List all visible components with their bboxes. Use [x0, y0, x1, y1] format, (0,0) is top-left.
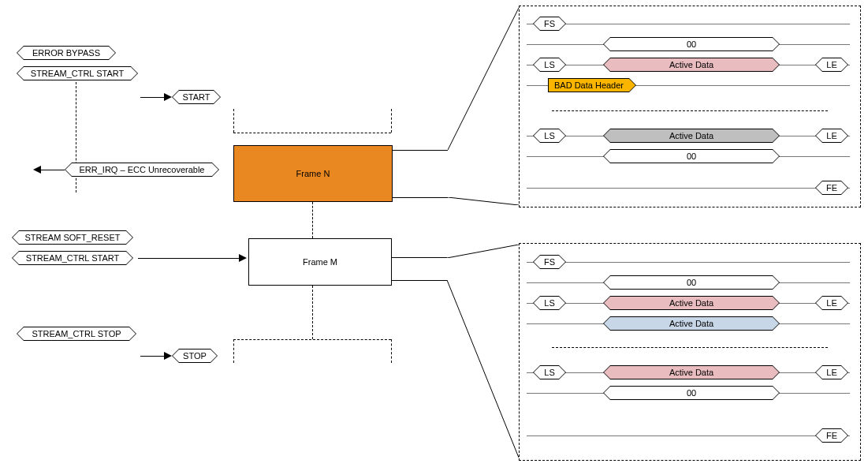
n-ls-1: LS — [533, 58, 566, 72]
n-ls2-text: LS — [540, 129, 559, 143]
n-fe-text: FE — [822, 181, 841, 195]
frame-m: Frame M — [248, 238, 392, 286]
m-00b: 00 — [603, 386, 780, 400]
n-le-1: LE — [815, 58, 848, 72]
text-stream-ctrl-start: STREAM_CTRL START — [24, 66, 131, 80]
label-stop: STOP — [172, 349, 218, 363]
n-le1-text: LE — [822, 58, 841, 72]
n-00: 00 — [603, 37, 780, 51]
label-stream-ctrl-start: STREAM_CTRL START — [17, 66, 138, 80]
label-stream-soft-reset: STREAM SOFT_RESET — [12, 230, 133, 245]
conn-m-slant-b — [447, 280, 518, 458]
n-00b: 00 — [603, 149, 780, 163]
n-fs: FS — [533, 17, 566, 31]
text-stop: STOP — [179, 349, 210, 363]
svg-line-2 — [447, 245, 519, 258]
m-row-fs-line — [527, 262, 850, 263]
dashed-below-m — [312, 286, 313, 339]
arrow-to-start — [164, 93, 172, 101]
m-fe: FE — [815, 428, 848, 443]
dashed-between-frames — [312, 202, 313, 238]
m-fs-text: FS — [540, 255, 559, 269]
n-00-text: 00 — [610, 37, 773, 51]
m-le-2: LE — [815, 365, 848, 379]
m-ad2-text: Active Data — [610, 365, 773, 379]
text-error-bypass: ERROR BYPASS — [24, 46, 109, 60]
n-fe: FE — [815, 181, 848, 195]
n-00b-text: 00 — [610, 149, 773, 163]
n-ls1-text: LS — [540, 58, 559, 72]
line-to-stop — [140, 356, 164, 357]
n-row-fe-line — [527, 188, 850, 189]
frame-n-label: Frame N — [296, 169, 330, 178]
label-start: START — [172, 90, 221, 104]
m-ls-2: LS — [533, 365, 566, 379]
n-ad1-text: Active Data — [610, 58, 773, 72]
bracket-b-t — [233, 339, 391, 340]
m-fe-text: FE — [822, 428, 841, 443]
bracket-n-r — [391, 109, 392, 133]
text-stream-soft-reset: STREAM SOFT_RESET — [19, 230, 126, 245]
conn-m-slant-t — [447, 245, 518, 258]
n-active-1: Active Data — [603, 58, 780, 72]
text-err-irq: ERR_IRQ – ECC Unrecoverable — [72, 163, 212, 177]
line-start2-framem — [138, 258, 240, 259]
label-stream-ctrl-start-2: STREAM_CTRL START — [12, 251, 133, 265]
conn-m-top — [392, 257, 447, 258]
n-ls-2: LS — [533, 129, 566, 143]
n-le-2: LE — [815, 129, 848, 143]
m-active-blue: Active Data — [603, 316, 780, 331]
m-row-fe-line — [527, 435, 850, 436]
label-error-bypass: ERROR BYPASS — [17, 46, 116, 60]
m-ls2-text: LS — [540, 365, 559, 379]
svg-line-1 — [448, 197, 519, 205]
n-ad2-text: Active Data — [610, 129, 773, 143]
frame-m-label: Frame M — [303, 257, 337, 267]
conn-m-bot — [392, 280, 447, 281]
text-stream-ctrl-start-2: STREAM_CTRL START — [19, 251, 126, 265]
frame-n: Frame N — [233, 145, 393, 202]
label-stream-ctrl-stop: STREAM_CTRL STOP — [17, 327, 136, 341]
m-ls1-text: LS — [540, 296, 559, 310]
conn-n-top — [393, 150, 448, 151]
conn-n-slant-b — [448, 197, 519, 205]
bracket-n-l — [233, 109, 234, 133]
m-active-2: Active Data — [603, 365, 780, 379]
n-bad-text: BAD Data Header — [548, 78, 629, 92]
svg-line-3 — [447, 280, 519, 458]
conn-n-slant-t — [448, 8, 519, 150]
text-stream-ctrl-stop: STREAM_CTRL STOP — [24, 327, 129, 341]
line-to-start — [140, 97, 164, 98]
line-err-irq — [41, 170, 65, 170]
panel-frame-n — [519, 6, 861, 207]
n-bad-header: BAD Data Header — [548, 78, 636, 92]
bracket-b-r — [391, 339, 392, 363]
m-00: 00 — [603, 275, 780, 290]
m-divider — [552, 347, 828, 348]
m-fs: FS — [533, 255, 566, 269]
m-le1-text: LE — [822, 296, 841, 310]
arrow-start2-framem — [239, 254, 247, 262]
n-le2-text: LE — [822, 129, 841, 143]
m-ad1-text: Active Data — [610, 296, 773, 310]
n-divider — [552, 110, 828, 111]
m-le-1: LE — [815, 296, 848, 310]
n-fs-text: FS — [540, 17, 559, 31]
n-active-2: Active Data — [603, 129, 780, 143]
arrow-to-stop — [164, 352, 172, 360]
m-ls-1: LS — [533, 296, 566, 310]
svg-line-0 — [448, 8, 519, 150]
n-row-fs-line — [527, 24, 850, 24]
m-00b-text: 00 — [610, 386, 773, 400]
arrow-err-irq — [33, 166, 41, 174]
m-ad-blue-text: Active Data — [610, 316, 773, 331]
m-le2-text: LE — [822, 365, 841, 379]
text-start: START — [179, 90, 214, 104]
bracket-b-l — [233, 339, 234, 363]
conn-n-bot — [393, 197, 448, 198]
label-err-irq: ERR_IRQ – ECC Unrecoverable — [65, 163, 219, 177]
m-active-1: Active Data — [603, 296, 780, 310]
bracket-n-t — [233, 133, 391, 133]
m-00-text: 00 — [610, 275, 773, 290]
